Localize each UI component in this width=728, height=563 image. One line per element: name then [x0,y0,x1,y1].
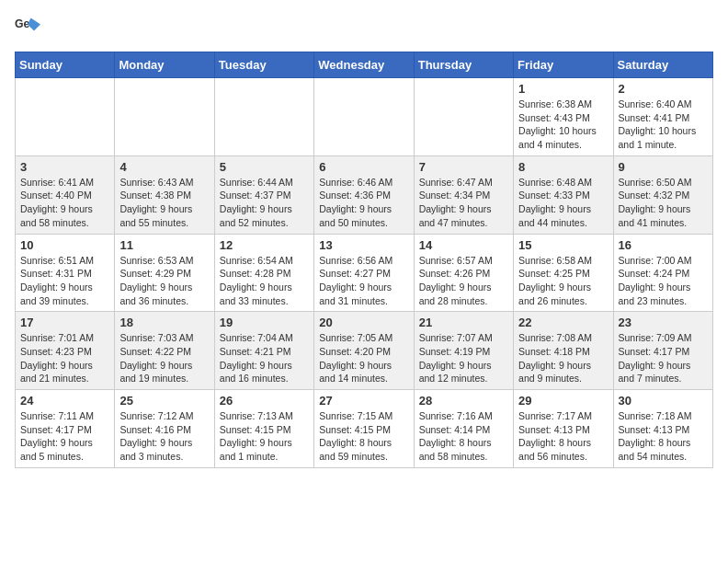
calendar-cell: 29Sunrise: 7:17 AM Sunset: 4:13 PM Dayli… [514,390,613,468]
day-info: Sunrise: 6:48 AM Sunset: 4:33 PM Dayligh… [518,176,608,230]
day-info: Sunrise: 6:50 AM Sunset: 4:32 PM Dayligh… [619,176,708,230]
day-number: 9 [619,160,708,174]
day-info: Sunrise: 6:53 AM Sunset: 4:29 PM Dayligh… [119,254,209,308]
day-info: Sunrise: 6:47 AM Sunset: 4:34 PM Dayligh… [419,176,508,230]
day-number: 28 [419,394,508,408]
day-number: 13 [319,238,408,252]
header-friday: Friday [514,52,613,78]
calendar-cell: 18Sunrise: 7:03 AM Sunset: 4:22 PM Dayli… [115,312,214,390]
calendar-cell: 24Sunrise: 7:11 AM Sunset: 4:17 PM Dayli… [16,390,115,468]
day-number: 25 [119,394,209,408]
calendar-cell: 28Sunrise: 7:16 AM Sunset: 4:14 PM Dayli… [414,390,513,468]
day-info: Sunrise: 7:00 AM Sunset: 4:24 PM Dayligh… [619,254,708,308]
logo-icon: Gen [15,15,40,40]
day-info: Sunrise: 6:56 AM Sunset: 4:27 PM Dayligh… [319,254,408,308]
day-number: 3 [20,160,109,174]
day-info: Sunrise: 6:44 AM Sunset: 4:37 PM Dayligh… [220,176,309,230]
day-info: Sunrise: 7:18 AM Sunset: 4:13 PM Dayligh… [619,409,708,464]
day-number: 6 [319,160,408,174]
calendar-cell [115,78,214,156]
calendar-cell: 30Sunrise: 7:18 AM Sunset: 4:13 PM Dayli… [613,390,712,468]
calendar-cell: 27Sunrise: 7:15 AM Sunset: 4:15 PM Dayli… [314,390,414,468]
calendar-cell: 12Sunrise: 6:54 AM Sunset: 4:28 PM Dayli… [214,234,313,312]
calendar-cell: 19Sunrise: 7:04 AM Sunset: 4:21 PM Dayli… [214,312,313,390]
day-number: 21 [419,316,508,329]
day-info: Sunrise: 7:13 AM Sunset: 4:15 PM Dayligh… [220,409,309,464]
header-thursday: Thursday [414,52,513,78]
day-info: Sunrise: 6:40 AM Sunset: 4:41 PM Dayligh… [619,98,708,152]
day-info: Sunrise: 6:58 AM Sunset: 4:25 PM Dayligh… [518,254,608,308]
calendar-cell: 4Sunrise: 6:43 AM Sunset: 4:38 PM Daylig… [115,155,214,234]
logo: Gen [15,15,44,40]
day-info: Sunrise: 6:46 AM Sunset: 4:36 PM Dayligh… [319,176,408,230]
calendar-week-row: 3Sunrise: 6:41 AM Sunset: 4:40 PM Daylig… [16,155,713,234]
day-number: 5 [220,160,309,174]
day-info: Sunrise: 7:08 AM Sunset: 4:18 PM Dayligh… [518,331,608,385]
calendar-cell: 8Sunrise: 6:48 AM Sunset: 4:33 PM Daylig… [514,155,613,234]
header-wednesday: Wednesday [314,52,414,78]
day-info: Sunrise: 7:07 AM Sunset: 4:19 PM Dayligh… [419,331,508,385]
day-number: 29 [518,394,608,408]
calendar-cell: 23Sunrise: 7:09 AM Sunset: 4:17 PM Dayli… [613,312,712,390]
calendar-cell: 20Sunrise: 7:05 AM Sunset: 4:20 PM Dayli… [314,312,414,390]
calendar-cell: 16Sunrise: 7:00 AM Sunset: 4:24 PM Dayli… [613,234,712,312]
day-number: 16 [619,238,708,252]
calendar-cell: 13Sunrise: 6:56 AM Sunset: 4:27 PM Dayli… [314,234,414,312]
calendar-cell: 1Sunrise: 6:38 AM Sunset: 4:43 PM Daylig… [514,78,613,156]
calendar-cell: 5Sunrise: 6:44 AM Sunset: 4:37 PM Daylig… [214,155,313,234]
day-info: Sunrise: 7:17 AM Sunset: 4:13 PM Dayligh… [518,409,608,464]
calendar-cell: 15Sunrise: 6:58 AM Sunset: 4:25 PM Dayli… [514,234,613,312]
calendar-cell: 14Sunrise: 6:57 AM Sunset: 4:26 PM Dayli… [414,234,513,312]
calendar-cell: 9Sunrise: 6:50 AM Sunset: 4:32 PM Daylig… [613,155,712,234]
day-number: 22 [518,316,608,329]
day-info: Sunrise: 7:11 AM Sunset: 4:17 PM Dayligh… [20,409,109,464]
day-info: Sunrise: 7:05 AM Sunset: 4:20 PM Dayligh… [319,331,408,385]
calendar-week-row: 1Sunrise: 6:38 AM Sunset: 4:43 PM Daylig… [16,78,713,156]
day-number: 10 [20,238,109,252]
header-saturday: Saturday [613,52,712,78]
day-number: 20 [319,316,408,329]
day-info: Sunrise: 7:16 AM Sunset: 4:14 PM Dayligh… [419,409,508,464]
day-number: 24 [20,394,109,408]
day-info: Sunrise: 6:41 AM Sunset: 4:40 PM Dayligh… [20,176,109,230]
day-number: 4 [119,160,209,174]
day-number: 30 [619,394,708,408]
page-header: Gen [15,15,713,40]
day-number: 12 [220,238,309,252]
calendar-cell: 17Sunrise: 7:01 AM Sunset: 4:23 PM Dayli… [16,312,115,390]
day-info: Sunrise: 7:15 AM Sunset: 4:15 PM Dayligh… [319,409,408,464]
calendar-cell [314,78,414,156]
day-number: 27 [319,394,408,408]
day-number: 1 [518,82,608,96]
calendar-cell [214,78,313,156]
calendar-header-row: SundayMondayTuesdayWednesdayThursdayFrid… [16,52,713,78]
day-number: 23 [619,316,708,329]
calendar-cell: 26Sunrise: 7:13 AM Sunset: 4:15 PM Dayli… [214,390,313,468]
calendar-cell: 3Sunrise: 6:41 AM Sunset: 4:40 PM Daylig… [16,155,115,234]
day-info: Sunrise: 6:43 AM Sunset: 4:38 PM Dayligh… [119,176,209,230]
day-number: 2 [619,82,708,96]
calendar-cell: 22Sunrise: 7:08 AM Sunset: 4:18 PM Dayli… [514,312,613,390]
day-number: 26 [220,394,309,408]
day-number: 18 [119,316,209,329]
day-info: Sunrise: 6:38 AM Sunset: 4:43 PM Dayligh… [518,98,608,152]
day-number: 14 [419,238,508,252]
calendar-cell: 7Sunrise: 6:47 AM Sunset: 4:34 PM Daylig… [414,155,513,234]
day-info: Sunrise: 7:12 AM Sunset: 4:16 PM Dayligh… [119,409,209,464]
day-info: Sunrise: 6:57 AM Sunset: 4:26 PM Dayligh… [419,254,508,308]
day-info: Sunrise: 7:04 AM Sunset: 4:21 PM Dayligh… [220,331,309,385]
calendar-cell: 2Sunrise: 6:40 AM Sunset: 4:41 PM Daylig… [613,78,712,156]
calendar-cell: 11Sunrise: 6:53 AM Sunset: 4:29 PM Dayli… [115,234,214,312]
day-info: Sunrise: 7:03 AM Sunset: 4:22 PM Dayligh… [119,331,209,385]
day-number: 8 [518,160,608,174]
calendar-cell: 21Sunrise: 7:07 AM Sunset: 4:19 PM Dayli… [414,312,513,390]
calendar-table: SundayMondayTuesdayWednesdayThursdayFrid… [15,52,713,468]
calendar-week-row: 17Sunrise: 7:01 AM Sunset: 4:23 PM Dayli… [16,312,713,390]
day-info: Sunrise: 7:09 AM Sunset: 4:17 PM Dayligh… [619,331,708,385]
day-info: Sunrise: 6:51 AM Sunset: 4:31 PM Dayligh… [20,254,109,308]
header-monday: Monday [115,52,214,78]
day-number: 15 [518,238,608,252]
calendar-cell: 25Sunrise: 7:12 AM Sunset: 4:16 PM Dayli… [115,390,214,468]
day-number: 11 [119,238,209,252]
calendar-cell: 10Sunrise: 6:51 AM Sunset: 4:31 PM Dayli… [16,234,115,312]
